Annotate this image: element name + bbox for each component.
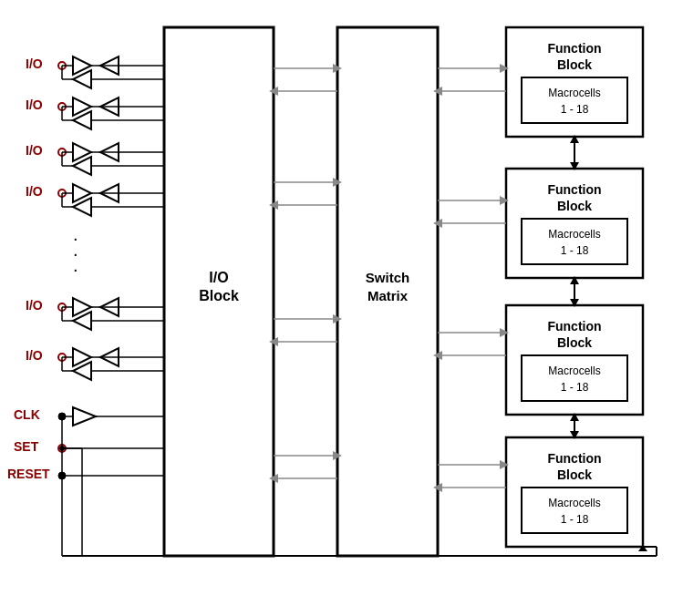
svg-text:Function: Function: [547, 319, 601, 334]
svg-rect-9: [522, 77, 627, 123]
svg-text:RESET: RESET: [7, 467, 50, 481]
svg-text:SET: SET: [14, 439, 39, 454]
svg-text:I/O: I/O: [26, 184, 43, 199]
svg-text:Block: Block: [557, 57, 592, 72]
svg-point-120: [59, 446, 65, 451]
svg-text:Macrocells: Macrocells: [548, 228, 600, 241]
svg-text:1 - 18: 1 - 18: [561, 244, 589, 257]
svg-rect-27: [522, 488, 627, 533]
svg-text:Macrocells: Macrocells: [548, 87, 600, 99]
svg-text:Function: Function: [547, 182, 601, 197]
svg-text:1 - 18: 1 - 18: [561, 513, 589, 526]
svg-text:I/O: I/O: [26, 143, 43, 158]
svg-text:Macrocells: Macrocells: [548, 364, 600, 377]
svg-text:Block: Block: [557, 467, 592, 482]
svg-text:CLK: CLK: [14, 407, 40, 422]
svg-text:Block: Block: [557, 199, 592, 213]
svg-text:Function: Function: [547, 451, 601, 466]
svg-text:Macrocells: Macrocells: [548, 497, 600, 509]
svg-text:Matrix: Matrix: [367, 288, 409, 303]
svg-text:Function: Function: [547, 41, 601, 56]
svg-text:Block: Block: [557, 335, 592, 350]
svg-text:·: ·: [73, 259, 78, 279]
svg-text:I/O: I/O: [26, 298, 43, 313]
svg-text:Switch: Switch: [366, 270, 409, 285]
diagram: I/O Block Switch Matrix Function Block M…: [0, 0, 683, 616]
svg-text:I/O: I/O: [26, 98, 43, 112]
svg-marker-108: [73, 407, 96, 426]
svg-text:I/O: I/O: [209, 270, 228, 285]
svg-text:1 - 18: 1 - 18: [561, 381, 589, 394]
svg-text:Block: Block: [199, 288, 239, 303]
svg-text:I/O: I/O: [26, 348, 43, 363]
svg-rect-15: [522, 219, 627, 264]
svg-text:I/O: I/O: [26, 56, 43, 71]
svg-text:1 - 18: 1 - 18: [561, 103, 589, 116]
svg-rect-21: [522, 355, 627, 401]
